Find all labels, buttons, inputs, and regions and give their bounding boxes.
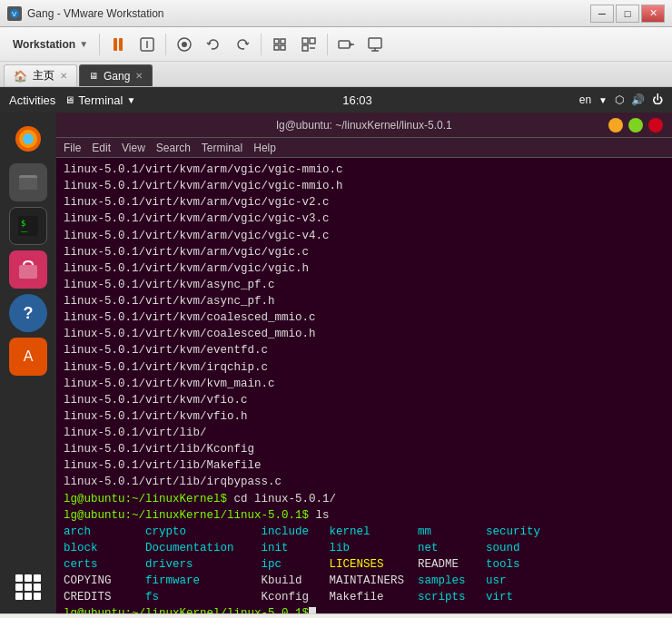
toolbar-separator-3 — [261, 34, 262, 55]
tab-home[interactable]: 🏠 主页 ✕ — [4, 64, 77, 86]
sidebar-terminal[interactable]: _ $ — [9, 207, 47, 245]
ls-output-row: COPYING firmware Kbuild MAINTAINERS samp… — [64, 573, 665, 589]
tab-gang[interactable]: 🖥 Gang ✕ — [79, 64, 153, 86]
terminal-line: linux-5.0.1/virt/kvm/arm/vgic/vgic-mmio.… — [64, 162, 665, 178]
svg-rect-9 — [281, 45, 285, 50]
terminal-line: linux-5.0.1/virt/kvm/arm/vgic/vgic.h — [64, 260, 665, 277]
title-left: V Gang - VMware Workstation — [7, 6, 164, 21]
terminal-line: linux-5.0.1/virt/kvm/coalesced_mmio.c — [64, 309, 665, 326]
toolbar-separator-4 — [327, 34, 328, 55]
terminal-dropdown[interactable]: ▼ — [126, 95, 135, 105]
svg-rect-10 — [302, 38, 308, 44]
gnome-time: 16:03 — [342, 93, 372, 107]
terminal-maximize[interactable] — [628, 118, 643, 132]
svg-rect-12 — [302, 45, 308, 51]
lang-dropdown[interactable]: ▼ — [598, 95, 608, 105]
toolbar-separator-2 — [165, 34, 166, 55]
toolbar-separator-1 — [99, 34, 100, 55]
revert-btn[interactable] — [201, 32, 226, 57]
svg-text:$: $ — [21, 219, 25, 228]
terminal-line: linux-5.0.1/virt/lib/Makefile — [64, 457, 665, 474]
vmware-icon: V — [7, 6, 22, 21]
toolbar: Workstation ▼ — [0, 27, 672, 62]
home-tab-icon: 🏠 — [14, 70, 27, 83]
terminal-line: linux-5.0.1/virt/kvm/arm/vgic/vgic-v4.c — [64, 228, 665, 244]
gnome-left: Activities 🖥 Terminal ▼ — [9, 93, 135, 107]
terminal-line: linux-5.0.1/virt/kvm/arm/vgic/vgic.c — [64, 244, 665, 260]
terminal-line: linux-5.0.1/virt/kvm/arm/vgic/vgic-mmio.… — [64, 178, 665, 194]
app-sidebar: _ $ ? A — [0, 113, 56, 613]
maximize-button[interactable]: □ — [616, 5, 639, 23]
menu-item-help[interactable]: Help — [253, 142, 276, 154]
terminal-controls[interactable] — [608, 118, 663, 132]
activities-label[interactable]: Activities — [9, 93, 55, 107]
svg-rect-7 — [281, 39, 285, 44]
unity-btn[interactable] — [296, 32, 321, 57]
sidebar-updates[interactable]: A — [9, 338, 47, 376]
terminal-close[interactable] — [648, 118, 663, 132]
terminal-line: linux-5.0.1/virt/lib/irqbypass.c — [64, 474, 665, 490]
workstation-label: Workstation — [13, 38, 75, 51]
toolbar-btn-2[interactable] — [134, 32, 160, 57]
terminal-minimize[interactable] — [608, 118, 623, 132]
send-key-btn[interactable] — [333, 32, 359, 57]
volume-icon: 🔊 — [631, 93, 645, 106]
minimize-button[interactable]: ─ — [590, 5, 614, 23]
sidebar-files[interactable] — [9, 163, 47, 201]
workstation-menu[interactable]: Workstation ▼ — [7, 34, 94, 54]
terminal-line: linux-5.0.1/virt/lib/Kconfig — [64, 441, 665, 457]
terminal-area[interactable]: lg@ubuntu: ~/linuxKernel/linux-5.0.1 Fil… — [56, 113, 672, 613]
terminal-line: linux-5.0.1/virt/kvm/arm/vgic/vgic-v3.c — [64, 211, 665, 227]
menu-item-edit[interactable]: Edit — [92, 142, 111, 154]
forward-btn[interactable] — [230, 32, 255, 57]
svg-rect-27 — [19, 265, 37, 279]
terminal-icon: 🖥 — [64, 94, 74, 105]
terminal-line: linux-5.0.1/virt/kvm/eventfd.c — [64, 342, 665, 358]
window-title: Gang - VMware Workstation — [27, 7, 164, 20]
terminal-content[interactable]: linux-5.0.1/virt/kvm/arm/vgic/vgic-mmio.… — [56, 158, 672, 613]
sidebar-store[interactable] — [9, 250, 47, 289]
ls-output-row: CREDITS fs Kconfig Makefile scripts virt — [64, 589, 665, 605]
close-button[interactable]: ✕ — [641, 5, 665, 23]
terminal-line: linux-5.0.1/virt/kvm/irqchip.c — [64, 359, 665, 376]
svg-rect-11 — [310, 38, 315, 44]
show-apps-button[interactable] — [9, 568, 47, 606]
title-bar: V Gang - VMware Workstation ─ □ ✕ — [0, 0, 672, 27]
svg-text:V: V — [12, 10, 17, 18]
terminal-title: lg@ubuntu: ~/linuxKernel/linux-5.0.1 — [120, 119, 608, 132]
power-icon[interactable]: ⏻ — [652, 93, 663, 106]
terminal-line: linux-5.0.1/virt/kvm/vfio.h — [64, 408, 665, 425]
gang-tab-close[interactable]: ✕ — [135, 71, 143, 81]
pause-button[interactable] — [105, 32, 131, 57]
tab-bar: 🏠 主页 ✕ 🖥 Gang ✕ — [0, 62, 672, 87]
pause-icon — [114, 38, 123, 51]
svg-rect-16 — [369, 38, 381, 48]
home-tab-close[interactable]: ✕ — [60, 71, 67, 81]
window-controls[interactable]: ─ □ ✕ — [590, 5, 665, 23]
sidebar-firefox[interactable] — [9, 120, 47, 158]
gnome-bar: Activities 🖥 Terminal ▼ 16:03 en ▼ ⬡ 🔊 ⏻ — [0, 87, 672, 113]
terminal-indicator: 🖥 Terminal ▼ — [64, 93, 135, 107]
terminal-titlebar: lg@ubuntu: ~/linuxKernel/linux-5.0.1 — [56, 113, 672, 138]
svg-point-21 — [23, 133, 34, 144]
settings-btn[interactable] — [362, 32, 388, 57]
terminal-line: linux-5.0.1/virt/kvm/kvm_main.c — [64, 376, 665, 392]
terminal-menu: FileEditViewSearchTerminalHelp — [56, 138, 672, 158]
sidebar-help[interactable]: ? — [9, 294, 47, 332]
menu-item-view[interactable]: View — [122, 142, 145, 154]
gnome-right: en ▼ ⬡ 🔊 ⏻ — [579, 93, 663, 106]
language-indicator[interactable]: en — [579, 93, 591, 106]
ls-output-row: arch crypto include kernel mm security — [64, 524, 665, 540]
vm-window: Activities 🖥 Terminal ▼ 16:03 en ▼ ⬡ 🔊 ⏻ — [0, 87, 672, 613]
status-bar: 要将输入定向到该虚拟机，请在虚拟机内部单击或按 Ctrl+G。 🖥 🔊 ⚡ ⤢ — [0, 613, 672, 618]
menu-item-search[interactable]: Search — [156, 142, 191, 154]
menu-item-terminal[interactable]: Terminal — [202, 142, 242, 154]
menu-item-file[interactable]: File — [64, 142, 81, 154]
grid-icon — [15, 574, 41, 600]
snapshot-btn[interactable] — [172, 32, 197, 57]
fullscreen-btn[interactable] — [267, 32, 292, 57]
svg-rect-8 — [274, 45, 279, 50]
dropdown-arrow: ▼ — [79, 39, 88, 49]
network-icon: ⬡ — [615, 93, 624, 106]
svg-rect-23 — [19, 178, 37, 190]
